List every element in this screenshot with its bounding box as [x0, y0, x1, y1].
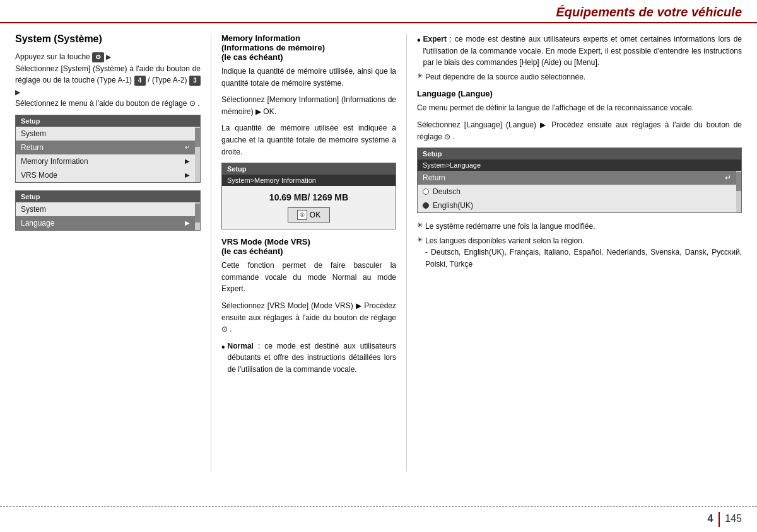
vrs-para-1: Cette fonction permet de faire basculer … — [221, 260, 396, 295]
lang-box-header: Setup — [418, 148, 741, 159]
right-column: • Expert : ce mode est destiné aux utili… — [406, 33, 742, 471]
middle-column: Memory Information (Informations de mémo… — [211, 33, 406, 471]
normal-bullet: • Normal : ce mode est destiné aux utili… — [221, 340, 396, 376]
radio-deutsch — [423, 188, 429, 195]
menu-items-2: System Language ▶ — [16, 202, 195, 230]
radio-english — [423, 202, 429, 209]
note-symbol-3: ✳ — [417, 236, 423, 270]
footer-divider — [719, 512, 720, 527]
footer-page: 4 145 — [707, 512, 742, 527]
scrollbar-thumb-1 — [195, 128, 200, 147]
menu-item-memory[interactable]: Memory Information ▶ — [16, 154, 195, 168]
scrollbar-2[interactable] — [195, 202, 200, 230]
page-header: Équipements de votre véhicule — [0, 0, 757, 23]
info-box-content: 10.69 MB/ 1269 MB ① OK — [222, 186, 396, 229]
language-arrow-icon: ▶ — [185, 219, 190, 226]
chapter-number: 4 — [707, 513, 713, 524]
bullet-dot-normal: • — [221, 342, 225, 376]
intro-paragraph: Appuyez sur la touche ⚙ ▶ Sélectionnez [… — [15, 51, 201, 110]
info-box-header: Setup — [222, 163, 396, 175]
memory-para-1: Indique la quantité de mémoire utilisée,… — [221, 66, 396, 89]
lang-box-subheader: System>Language — [418, 159, 741, 171]
lang-return-item[interactable]: Return ↵ — [418, 171, 736, 185]
expert-text: Expert : ce mode est destiné aux utilisa… — [423, 33, 742, 69]
memory-para-3: La quantité de mémoire utilisée est indi… — [221, 122, 396, 158]
bullet-dot-expert: • — [417, 35, 421, 69]
page-number: 145 — [725, 513, 742, 524]
ok-button[interactable]: ① OK — [288, 207, 330, 223]
menu-item-return[interactable]: Return ↵ — [16, 141, 195, 154]
note-languages-text: Les langues disponibles varient selon la… — [425, 235, 742, 270]
header-title: Équipements de votre véhicule — [556, 5, 742, 20]
note-audio-text: Peut dépendre de la source audio sélecti… — [425, 71, 585, 83]
menu-items-1: System Return ↵ Memory Information ▶ VRS… — [16, 127, 195, 182]
vrs-arrow-icon: ▶ — [185, 171, 190, 178]
menu-header-2: Setup — [16, 191, 200, 202]
memory-arrow-icon: ▶ — [185, 158, 190, 165]
lang-item-deutsch[interactable]: Deutsch — [418, 185, 736, 199]
lang-items: Return ↵ Deutsch English(UK) — [418, 171, 736, 212]
return-arrow-icon: ↵ — [185, 144, 190, 151]
badge-3: 3 — [189, 76, 201, 86]
ok-icon: ① — [297, 210, 307, 220]
memory-info-box: Setup System>Memory Information 10.69 MB… — [221, 163, 396, 229]
menu-box-1: Setup System Return ↵ Memory Information… — [15, 115, 201, 183]
lang-scrollbar-thumb — [736, 172, 741, 191]
expert-bullet: • Expert : ce mode est destiné aux utili… — [417, 33, 742, 69]
menu-item-vrs[interactable]: VRS Mode ▶ — [16, 168, 195, 182]
header-title-text: Équipements de votre véhicule — [556, 5, 742, 19]
lang-item-english[interactable]: English(UK) — [418, 199, 736, 212]
section-heading-system: System (Système) — [15, 33, 201, 45]
badge-4: 4 — [134, 76, 146, 86]
memory-para-2: Sélectionnez [Memory Information] (Infor… — [221, 94, 396, 117]
note-symbol-1: ✳ — [417, 72, 423, 83]
memory-info-heading: Memory Information (Informations de mémo… — [221, 33, 396, 62]
vrs-mode-heading: VRS Mode (Mode VRS) (le cas échéant) — [221, 237, 396, 256]
scrollbar-1[interactable] — [195, 127, 200, 182]
language-para-2: Sélectionnez [Language] (Langue) ▶ Procé… — [417, 119, 742, 142]
note-symbol-2: ✳ — [417, 221, 423, 233]
menu-box-2: Setup System Language ▶ — [15, 190, 201, 231]
menu-item-system[interactable]: System — [16, 127, 195, 141]
menu-with-scroll-2: System Language ▶ — [16, 202, 200, 230]
menu-with-scroll-1: System Return ↵ Memory Information ▶ VRS… — [16, 127, 200, 182]
menu-header-1: Setup — [16, 115, 200, 127]
language-menu-box: Setup System>Language Return ↵ Deutsch E… — [417, 147, 742, 213]
gear-badge: ⚙ — [92, 52, 104, 62]
note-audio: ✳ Peut dépendre de la source audio sélec… — [417, 71, 742, 83]
menu-item-system-2[interactable]: System — [16, 202, 195, 216]
lang-return-arrow: ↵ — [725, 173, 731, 182]
menu-item-language[interactable]: Language ▶ — [16, 216, 195, 230]
normal-text: Normal : ce mode est destiné aux utilisa… — [228, 340, 396, 376]
page-footer: 4 145 — [0, 506, 757, 532]
language-heading: Language (Langue) — [417, 89, 742, 98]
lang-scrollbar[interactable] — [736, 171, 741, 212]
left-column: System (Système) Appuyez sur la touche ⚙… — [15, 33, 211, 471]
lang-with-scroll: Return ↵ Deutsch English(UK) — [418, 171, 741, 212]
note-languages: ✳ Les langues disponibles varient selon … — [417, 235, 742, 270]
note-restart-text: Le système redémarre une fois la langue … — [425, 221, 595, 233]
info-box-subheader: System>Memory Information — [222, 175, 396, 186]
language-para-1: Ce menu permet de définir la langue de l… — [417, 102, 742, 114]
vrs-para-2: Sélectionnez [VRS Mode] (Mode VRS) ▶ Pro… — [221, 300, 396, 335]
scrollbar-thumb-2 — [195, 204, 200, 223]
note-restart: ✳ Le système redémarre une fois la langu… — [417, 221, 742, 233]
main-content: System (Système) Appuyez sur la touche ⚙… — [0, 23, 757, 496]
memory-value: 10.69 MB/ 1269 MB — [227, 192, 390, 202]
